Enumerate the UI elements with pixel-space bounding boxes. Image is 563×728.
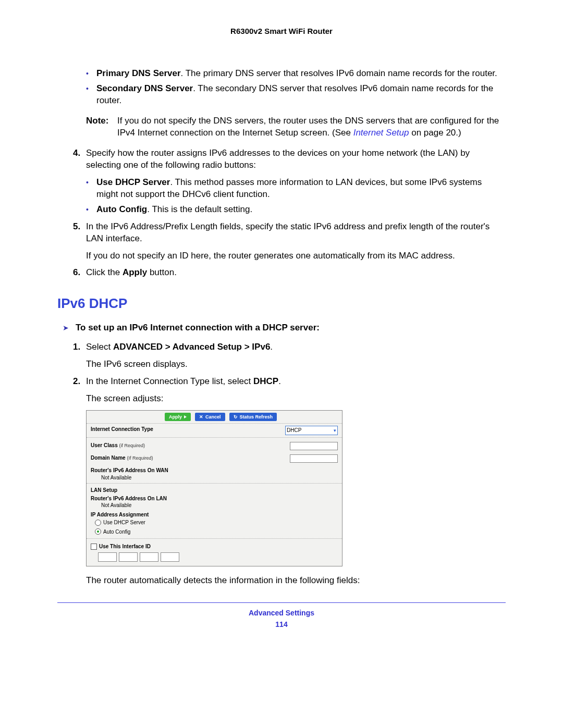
status-refresh-button[interactable]: ↻ Status Refresh [229,413,277,421]
heading-ipv6-dhcp: IPv6 DHCP [57,294,506,313]
chevron-right-icon: ➤ [63,322,76,334]
d2-bold: DHCP [253,376,278,386]
step-num: 2. [73,376,86,388]
wan-addr-label: Router's IPv6 Address On WAN [91,467,168,474]
step-4: 4. Specify how the router assigns IPv6 a… [57,147,506,171]
wan-addr-value-row: Not Available [87,474,342,484]
apply-label: Apply [169,414,182,420]
note-label: Note: [86,115,117,139]
use-interface-id-label: Use This Interface ID [99,543,151,550]
step-text: Click the Apply button. [86,267,506,279]
procedure-text: To set up an IPv6 Internet connection wi… [76,322,320,334]
note-block: Note: If you do not specify the DNS serv… [86,115,506,139]
interface-id-input-1[interactable] [98,552,117,562]
dhcp-step-1-after: The IPv6 screen displays. [57,359,506,371]
ipv6-dhcp-screenshot: Apply ✕ Cancel ↻ Status Refresh Internet… [86,410,342,566]
interface-id-input-3[interactable] [140,552,158,562]
step-num: 6. [73,267,86,279]
lan-addr-value-row: Not Available [87,502,342,511]
dhcp-step-2-after: The screen adjusts: [57,393,506,405]
step6-post: button. [147,267,177,277]
user-class-bold: User Class [91,442,118,448]
interface-id-input-2[interactable] [119,552,138,562]
d1-pre: Select [86,342,113,352]
domain-name-label: Domain Name (If Required) [91,454,153,463]
cancel-label: Cancel [205,414,221,420]
radio-auto-config[interactable]: Auto Config [87,527,342,539]
ip-assign-row: IP Address Assignment [87,511,342,519]
procedure-heading: ➤ To set up an IPv6 Internet connection … [57,322,506,334]
step-6: 6. Click the Apply button. [57,267,506,279]
d2-post: . [278,376,281,386]
d1-post: . [270,342,273,352]
domain-name-input[interactable] [290,454,338,463]
step-num: 4. [73,147,86,171]
footer-title: Advanced Settings [57,608,506,618]
screenshot-toolbar: Apply ✕ Cancel ↻ Status Refresh [87,411,342,424]
use-interface-id-row[interactable]: Use This Interface ID [87,539,342,551]
domain-name-row: Domain Name (If Required) [87,452,342,465]
conn-type-value: DHCP [287,427,301,434]
bullet-icon: • [86,83,96,107]
checkbox-icon [91,544,97,550]
step-text: Select ADVANCED > Advanced Setup > IPv6. [86,341,506,353]
radio-icon-selected [95,528,101,535]
conn-type-select[interactable]: DHCP ▾ [285,426,338,435]
dhcp-step-2: 2. In the Internet Connection Type list,… [57,376,506,388]
domain-name-hint: (If Required) [127,455,153,461]
step-5-after: If you do not specify an ID here, the ro… [57,250,506,262]
bullet-text: Auto Config. This is the default setting… [96,204,506,216]
bullet-text: Use DHCP Server. This method passes more… [96,177,506,201]
after-shot-text: The router automatically detects the inf… [57,575,506,587]
user-class-input[interactable] [290,442,338,450]
step-text: Specify how the router assigns IPv6 addr… [86,147,506,171]
user-class-label: User Class (if Required) [91,442,145,450]
ip-assign-label: IP Address Assignment [91,511,149,519]
close-icon: ✕ [199,414,203,420]
bullet-bold: Primary DNS Server [96,68,181,78]
step-text: In the Internet Connection Type list, se… [86,376,506,388]
bullet-bold: Auto Config [96,204,147,214]
wan-addr-row: Router's IPv6 Address On WAN [87,465,342,474]
step6-bold: Apply [123,267,147,277]
page: R6300v2 Smart WiFi Router • Primary DNS … [0,0,563,728]
step-text: In the IPv6 Address/Prefix Length fields… [86,221,506,245]
interface-id-input-4[interactable] [161,552,179,562]
internet-setup-link[interactable]: Internet Setup [353,128,409,138]
conn-type-label: Internet Connection Type [91,426,153,435]
step-num: 1. [73,341,86,353]
bullet-icon: • [86,68,96,80]
d1-bold: ADVANCED > Advanced Setup > IPv6 [113,342,270,352]
note-text: If you do not specify the DNS servers, t… [117,115,506,139]
step-num: 5. [73,221,86,245]
step6-pre: Click the [86,267,123,277]
lan-addr-value: Not Available [91,502,131,509]
conn-type-row: Internet Connection Type DHCP ▾ [87,424,342,438]
bullet-bold: Secondary DNS Server [96,83,193,93]
bullet-bold: Use DHCP Server [96,177,170,187]
lan-setup-row: LAN Setup [87,484,342,494]
lan-addr-row: Router's IPv6 Address On LAN [87,494,342,502]
radio-dhcp-label: Use DHCP Server [103,519,145,526]
bullet-rest: . The primary DNS server that resolves I… [181,68,497,78]
note-text-b: on page 20.) [409,128,461,138]
chevron-down-icon: ▾ [334,427,336,434]
bullet-use-dhcp: • Use DHCP Server. This method passes mo… [57,177,506,201]
interface-id-inputs [87,551,342,566]
radio-use-dhcp[interactable]: Use DHCP Server [87,518,342,527]
dhcp-step-1: 1. Select ADVANCED > Advanced Setup > IP… [57,341,506,353]
cancel-button[interactable]: ✕ Cancel [195,413,225,421]
radio-auto-label: Auto Config [103,528,130,536]
radio-icon [95,520,101,526]
bullet-icon: • [86,177,96,201]
bullet-icon: • [86,204,96,216]
wan-addr-value: Not Available [91,474,131,482]
user-class-hint: (if Required) [119,443,145,448]
apply-button[interactable]: Apply [165,413,191,421]
refresh-label: Status Refresh [240,414,273,420]
d2-pre: In the Internet Connection Type list, se… [86,376,253,386]
bullet-text: Primary DNS Server. The primary DNS serv… [96,68,506,80]
lan-setup-label: LAN Setup [91,487,117,494]
play-icon [184,415,187,418]
bullet-secondary-dns: • Secondary DNS Server. The secondary DN… [57,83,506,107]
